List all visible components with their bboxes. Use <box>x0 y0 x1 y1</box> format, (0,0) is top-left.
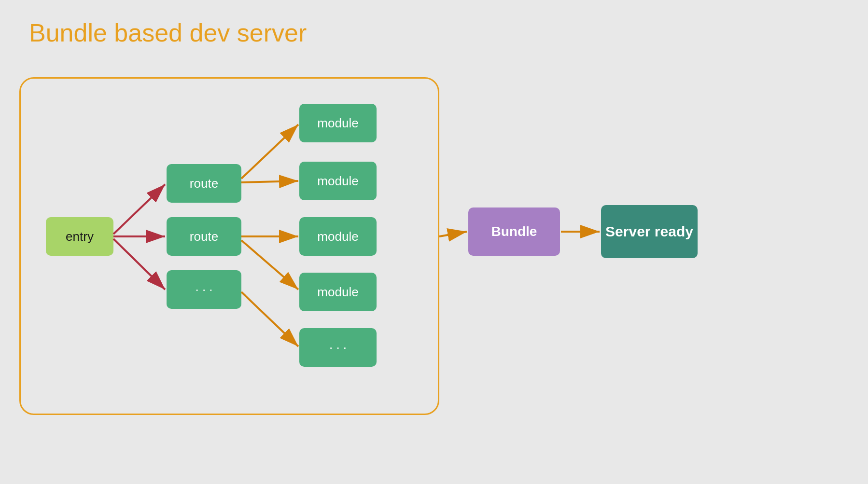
module-dots-node: · · · <box>299 328 377 367</box>
route2-node: route <box>167 217 241 256</box>
page-title: Bundle based dev server <box>29 18 307 47</box>
module2-node: module <box>299 162 377 200</box>
module4-node: module <box>299 273 377 311</box>
route-dots-node: · · · <box>167 270 241 309</box>
module1-node: module <box>299 104 377 142</box>
server-ready-node: Server ready <box>601 205 698 258</box>
svg-line-11 <box>439 232 467 236</box>
module3-node: module <box>299 217 377 256</box>
entry-node: entry <box>46 217 113 256</box>
bundle-node: Bundle <box>468 207 560 256</box>
route1-node: route <box>167 164 241 203</box>
